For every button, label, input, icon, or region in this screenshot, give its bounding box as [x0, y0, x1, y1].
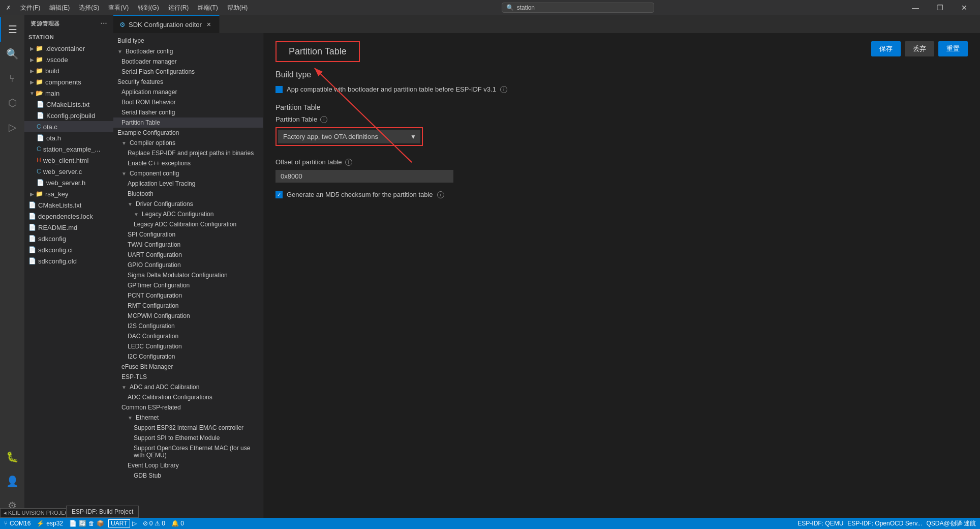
config-common-esp[interactable]: Common ESP-related [113, 402, 263, 413]
config-spi-eth[interactable]: Support SPI to Ethernet Module [113, 433, 263, 443]
config-cpp-exceptions[interactable]: Enable C++ exceptions [113, 158, 263, 168]
config-dac[interactable]: DAC Configuration [113, 331, 263, 341]
menu-terminal[interactable]: 终端(T) [194, 3, 222, 13]
config-partition-table[interactable]: Partition Table [113, 117, 263, 128]
config-sigma-delta[interactable]: Sigma Delta Modulator Configuration [113, 270, 263, 280]
config-uart[interactable]: UART Configuration [113, 250, 263, 260]
status-esp32[interactable]: ⚡ esp32 [37, 520, 63, 527]
reset-button[interactable]: 重置 [938, 41, 968, 56]
config-app-tracing[interactable]: Application Level Tracing [113, 179, 263, 189]
config-esp-tls[interactable]: ESP-TLS [113, 372, 263, 382]
config-i2c[interactable]: I2C Configuration [113, 351, 263, 362]
tab-close-button[interactable]: × [205, 20, 213, 28]
tree-web-client[interactable]: H web_client.html [24, 155, 113, 166]
activity-search-icon[interactable]: 🔍 [0, 42, 24, 66]
status-openocd[interactable]: ESP-IDF: OpenOCD Serv... [847, 519, 922, 528]
tree-sdkconfig-old[interactable]: 📄 sdkconfig.old [24, 255, 113, 267]
config-bootloader-manager[interactable]: Bootloader manager [113, 56, 263, 67]
config-adc-cal[interactable]: ▼ ADC and ADC Calibration [113, 382, 263, 392]
config-spi[interactable]: SPI Configuration [113, 229, 263, 240]
config-gptimer[interactable]: GPTimer Configuration [113, 280, 263, 290]
search-box[interactable]: 🔍 station [502, 3, 654, 13]
file-icon-status[interactable]: 📄 [69, 520, 77, 527]
activity-debug-icon[interactable]: 🐛 [0, 445, 24, 469]
tree-main[interactable]: ▼ 📂 main [24, 87, 113, 99]
checksum-checkbox[interactable]: ✓ [275, 191, 283, 198]
checksum-info-icon[interactable]: i [437, 191, 444, 198]
offset-input[interactable] [275, 170, 453, 183]
config-driver-configs[interactable]: ▼ Driver Configurations [113, 199, 263, 209]
menu-file[interactable]: 文件(F) [16, 3, 44, 13]
menu-help[interactable]: 帮助(H) [223, 3, 252, 13]
status-user[interactable]: QSDA@创驿·迷航 [926, 519, 976, 528]
sidebar-more-icon[interactable]: ··· [101, 19, 107, 27]
config-mcpwm[interactable]: MCPWM Configuration [113, 311, 263, 321]
config-bluetooth[interactable]: Bluetooth [113, 189, 263, 199]
tree-vscode[interactable]: ▶ 📁 .vscode [24, 54, 113, 65]
config-gdb-stub[interactable]: GDB Stub [113, 471, 263, 481]
tree-cmakelists-root[interactable]: 📄 CMakeLists.txt [24, 199, 113, 211]
config-emac[interactable]: Support ESP32 internal EMAC controller [113, 423, 263, 433]
menu-select[interactable]: 选择(S) [75, 3, 103, 13]
config-legacy-adc[interactable]: ▼ Legacy ADC Configuration [113, 209, 263, 219]
config-replace-paths[interactable]: Replace ESP-IDF and project paths in bin… [113, 148, 263, 158]
activity-extensions-icon[interactable]: ⬡ [0, 91, 24, 115]
config-adc-cal-config[interactable]: ADC Calibration Configurations [113, 392, 263, 402]
activity-files-icon[interactable]: ☰ [0, 17, 24, 42]
tree-dependencies[interactable]: 📄 dependencies.lock [24, 211, 113, 222]
menu-view[interactable]: 查看(V) [104, 3, 133, 13]
discard-button[interactable]: 丢弃 [905, 41, 934, 56]
config-boot-rom[interactable]: Boot ROM Behavior [113, 97, 263, 107]
config-component-config[interactable]: ▼ Component config [113, 168, 263, 179]
save-button[interactable]: 保存 [871, 41, 901, 56]
status-qemu[interactable]: ESP-IDF: QEMU [798, 519, 843, 528]
partition-table-dropdown[interactable]: Factory app, two OTA definitions Single … [278, 130, 420, 143]
activity-source-control-icon[interactable]: ⑂ [0, 66, 24, 91]
status-warnings[interactable]: 🔔 0 [171, 520, 184, 527]
tree-readme[interactable]: 📄 README.md [24, 222, 113, 233]
tree-sdkconfig-ci[interactable]: 📄 sdkconfig.ci [24, 244, 113, 255]
config-legacy-adc-cal[interactable]: Legacy ADC Calibration Configuration [113, 219, 263, 229]
config-serial-flasher[interactable]: Serial flasher config [113, 107, 263, 117]
tree-station-example[interactable]: C station_example_... [24, 143, 113, 155]
config-serial-flash[interactable]: Serial Flash Configurations [113, 67, 263, 77]
config-bootloader-config[interactable]: ▼ Bootloader config [113, 46, 263, 56]
tree-ota-c[interactable]: C ota.c [24, 121, 113, 132]
refresh-icon-status[interactable]: 🔄 [79, 520, 86, 527]
config-twai[interactable]: TWAI Configuration [113, 240, 263, 250]
build-compat-checkbox[interactable] [275, 86, 283, 93]
status-errors[interactable]: ⊘ 0 ⚠ 0 [143, 520, 165, 527]
tree-cmakelists[interactable]: 📄 CMakeLists.txt [24, 99, 113, 110]
config-app-manager[interactable]: Application manager [113, 87, 263, 97]
partition-table-info-icon[interactable]: i [320, 116, 327, 123]
offset-info-icon[interactable]: i [345, 159, 352, 166]
config-efuse[interactable]: eFuse Bit Manager [113, 362, 263, 372]
tab-sdk-config[interactable]: ⚙ SDK Configuration editor × [113, 15, 220, 33]
tree-ota-h[interactable]: 📄 ota.h [24, 132, 113, 143]
tree-devcontainer[interactable]: ▶ 📁 .devcontainer [24, 43, 113, 54]
tree-components[interactable]: ▶ 📁 components [24, 76, 113, 87]
menu-run[interactable]: 运行(R) [164, 3, 193, 13]
status-branch[interactable]: ⑂ COM16 [4, 520, 30, 527]
config-gpio[interactable]: GPIO Configuration [113, 260, 263, 270]
maximize-button[interactable]: ❐ [928, 0, 952, 15]
config-i2s[interactable]: I2S Configuration [113, 321, 263, 331]
tree-kconfig[interactable]: 📄 Kconfig.projbuild [24, 110, 113, 121]
config-event-loop[interactable]: Event Loop Library [113, 460, 263, 471]
trash-icon-status[interactable]: 🗑 [88, 520, 95, 527]
config-example[interactable]: Example Configuration [113, 128, 263, 138]
tree-rsa-key[interactable]: ▶ 📁 rsa_key [24, 188, 113, 199]
minimize-button[interactable]: — [904, 0, 927, 15]
config-ethernet[interactable]: ▼ Ethernet [113, 413, 263, 423]
config-ledc[interactable]: LEDC Configuration [113, 341, 263, 351]
tree-web-server-c[interactable]: C web_server.c [24, 166, 113, 177]
activity-run-icon[interactable]: ▷ [0, 115, 24, 139]
tree-web-server-h[interactable]: 📄 web_server.h [24, 177, 113, 188]
config-pcnt[interactable]: PCNT Configuration [113, 290, 263, 301]
activity-accounts-icon[interactable]: 👤 [0, 469, 24, 493]
menu-goto[interactable]: 转到(G) [134, 3, 163, 13]
menu-edit[interactable]: 编辑(E) [45, 3, 74, 13]
build-compat-info-icon[interactable]: i [500, 86, 507, 93]
package-icon-status[interactable]: 📦 [97, 520, 104, 527]
config-opencores[interactable]: Support OpenCores Ethernet MAC (for use … [113, 443, 263, 460]
